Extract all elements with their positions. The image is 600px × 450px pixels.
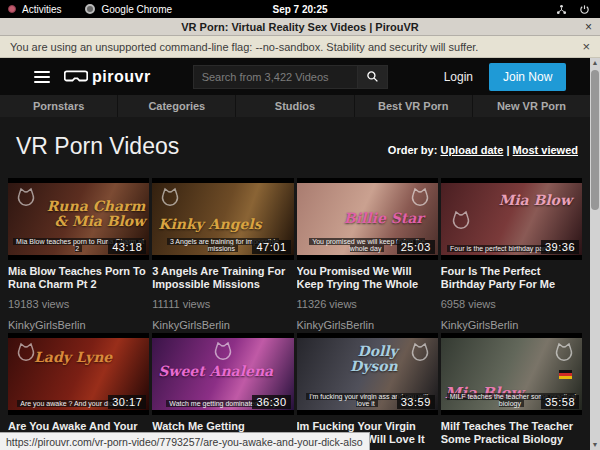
site-header: pirouvr Login Join Now [0, 58, 600, 95]
search-button[interactable] [358, 65, 388, 89]
video-thumbnail[interactable]: Dolly Dyson I'm fucking your virgin ass … [297, 333, 438, 415]
german-flag [559, 370, 572, 379]
view-count: 11111 views [152, 298, 293, 310]
sandbox-warning-bar: You are using an unsupported command-lin… [0, 36, 600, 58]
browser-title-bar: VR Porn: Virtual Reality Sex Videos | Pi… [0, 18, 600, 36]
logo-text: pirouvr [92, 68, 151, 86]
video-title[interactable]: 3 Angels Are Training For Impossible Mis… [152, 265, 293, 291]
cat-mask-logo-icon [408, 186, 432, 210]
thumbnail-title-art: Sweet Analena [152, 364, 289, 379]
vertical-scrollbar[interactable]: ▲ ▼ [590, 58, 600, 450]
thumbnail-title-art: Billie Star [297, 211, 424, 226]
scroll-down-arrow-icon[interactable]: ▼ [590, 440, 600, 450]
video-thumbnail[interactable]: Sweet Analena Watch me getting dominated… [152, 333, 293, 415]
duration-badge: 47:01 [252, 240, 290, 254]
video-title[interactable]: You Promised We Will Keep Trying The Who… [297, 265, 438, 291]
studio-link[interactable]: KinkyGirlsBerlin [441, 319, 582, 331]
video-card[interactable]: Billie Star You promised we will keep tr… [297, 178, 438, 333]
duration-badge: 35:58 [541, 395, 579, 409]
site-logo[interactable]: pirouvr [64, 68, 151, 86]
video-card[interactable]: Runa Charm & Mia Blow Mia Blow teaches p… [8, 178, 149, 333]
order-by-most-viewed-link[interactable]: Most viewed [513, 144, 578, 156]
video-thumbnail[interactable]: Mia Blow Four is the perfect birthday pa… [441, 178, 582, 260]
login-link[interactable]: Login [444, 70, 473, 84]
video-card[interactable]: Mia Blow MILF teaches the teacher some p… [441, 333, 582, 450]
window-title: VR Porn: Virtual Reality Sex Videos | Pi… [181, 21, 418, 33]
studio-link[interactable]: KinkyGirlsBerlin [297, 319, 438, 331]
order-by-upload-date-link[interactable]: Upload date [440, 144, 503, 156]
vr-goggles-icon [64, 70, 88, 84]
power-icon[interactable] [579, 4, 590, 15]
warning-text: You are using an unsupported command-lin… [10, 41, 478, 53]
duration-badge: 36:30 [252, 395, 290, 409]
studio-link[interactable]: KinkyGirlsBerlin [152, 319, 293, 331]
duration-badge: 25:03 [397, 240, 435, 254]
cat-mask-logo-icon [408, 341, 432, 365]
order-by-label: Order by: [388, 144, 438, 156]
video-title[interactable]: Mia Blow Teaches Porn To Runa Charm Pt 2 [8, 265, 149, 291]
video-thumbnail[interactable]: Kinky Angels 3 Angels are training for i… [152, 178, 293, 260]
video-card[interactable]: Kinky Angels 3 Angels are training for i… [152, 178, 293, 333]
view-count: 6958 views [441, 298, 582, 310]
nav-item-categories[interactable]: Categories [118, 95, 236, 117]
studio-link[interactable]: KinkyGirlsBerlin [8, 319, 149, 331]
scrollbar-thumb[interactable] [591, 70, 599, 210]
view-count: 11326 views [297, 298, 438, 310]
search-icon [366, 70, 379, 83]
chrome-app-icon [85, 4, 95, 14]
search-input[interactable] [193, 65, 358, 89]
thumbnail-title-art: Mia Blow [441, 193, 572, 208]
cat-mask-logo-icon [552, 341, 576, 365]
link-status-tooltip: https://pirouvr.com/vr-porn-video/779325… [0, 432, 370, 450]
video-thumbnail[interactable]: Lady Lyne Are you awake ? And your dick … [8, 333, 149, 415]
duration-badge: 39:36 [541, 240, 579, 254]
page-title: VR Porn Videos [16, 133, 179, 160]
hamburger-menu-icon[interactable] [34, 71, 50, 83]
thumbnail-title-art: Kinky Angels [152, 217, 289, 232]
video-thumbnail[interactable]: Mia Blow MILF teaches the teacher some p… [441, 333, 582, 415]
focused-app-menu[interactable]: Google Chrome [101, 4, 172, 15]
cat-mask-logo-icon [158, 186, 182, 210]
nav-item-pornstars[interactable]: Pornstars [0, 95, 118, 117]
thumbnail-title-art: Dolly Dyson [297, 344, 398, 373]
video-card[interactable]: Mia Blow Four is the perfect birthday pa… [441, 178, 582, 333]
main-nav: Pornstars Categories Studios Best VR Por… [0, 95, 590, 117]
view-count: 19183 views [8, 298, 149, 310]
cat-mask-logo-icon [449, 209, 473, 233]
video-thumbnail[interactable]: Billie Star You promised we will keep tr… [297, 178, 438, 260]
video-thumbnail[interactable]: Runa Charm & Mia Blow Mia Blow teaches p… [8, 178, 149, 260]
page-content: VR Porn Videos Order by: Upload date | M… [0, 117, 590, 450]
video-title[interactable]: Four Is The Perfect Birthday Party For M… [441, 265, 582, 291]
order-by-controls: Order by: Upload date | Most viewed [388, 144, 578, 160]
join-now-button[interactable]: Join Now [489, 63, 566, 91]
network-tray-icon[interactable] [556, 4, 567, 15]
status-url: https://pirouvr.com/vr-porn-video/779325… [6, 436, 363, 448]
system-top-bar: Activities Google Chrome Sep 7 20:25 [0, 0, 600, 18]
duration-badge: 33:59 [397, 395, 435, 409]
activities-button[interactable]: Activities [22, 4, 61, 15]
thumbnail-title-art: Runa Charm & Mia Blow [8, 199, 145, 228]
cat-mask-logo-icon [211, 340, 235, 364]
duration-badge: 43:18 [108, 240, 146, 254]
duration-badge: 30:17 [108, 395, 146, 409]
video-title[interactable]: Milf Teaches The Teacher Some Practical … [441, 420, 582, 446]
close-window-icon[interactable]: × [585, 20, 592, 34]
dismiss-warning-icon[interactable]: × [582, 39, 590, 54]
video-grid: Runa Charm & Mia Blow Mia Blow teaches p… [0, 160, 590, 450]
nav-item-new-vr-porn[interactable]: New VR Porn [473, 95, 590, 117]
nav-item-best-vr-porn[interactable]: Best VR Porn [355, 95, 473, 117]
screen-record-indicator-icon [8, 5, 16, 13]
scroll-up-arrow-icon[interactable]: ▲ [590, 58, 600, 68]
nav-item-studios[interactable]: Studios [236, 95, 354, 117]
thumbnail-title-art: Lady Lyne [8, 350, 145, 365]
